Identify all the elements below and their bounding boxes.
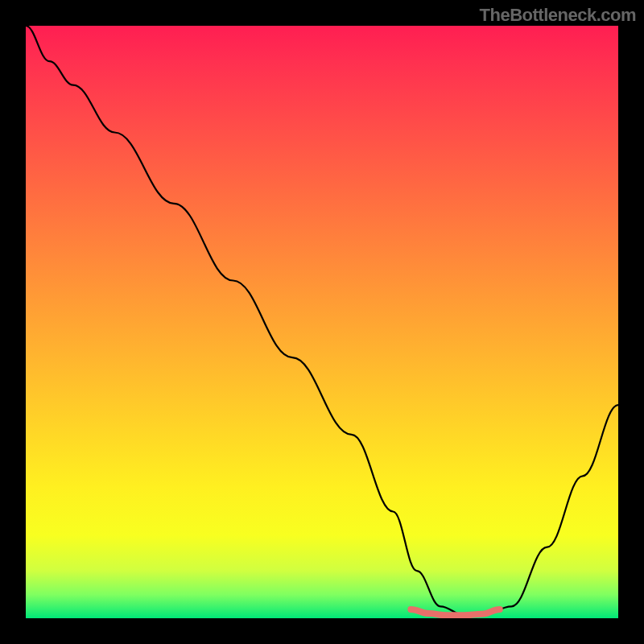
watermark-text: TheBottleneck.com bbox=[480, 5, 636, 26]
optimal-range-highlight bbox=[411, 609, 499, 615]
chart-svg bbox=[26, 26, 618, 618]
bottleneck-curve bbox=[26, 26, 618, 615]
chart-plot-area bbox=[26, 26, 618, 618]
